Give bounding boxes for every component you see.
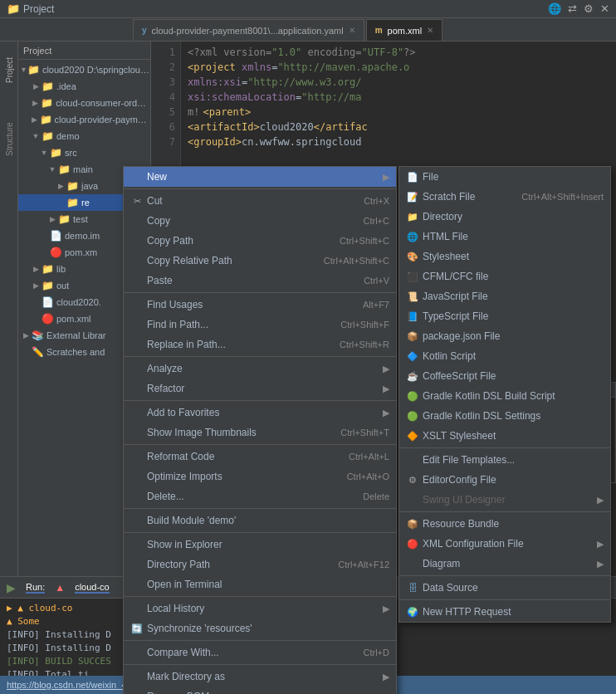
arrow-icon: ▼ xyxy=(38,149,50,157)
submenu-scratch[interactable]: 📝 Scratch File Ctrl+Alt+Shift+Insert xyxy=(399,187,610,207)
ts-icon: 📘 xyxy=(406,311,419,322)
menu-item-copy[interactable]: Copy Ctrl+C xyxy=(124,211,396,231)
tab-pom-close[interactable]: ✕ xyxy=(427,26,433,35)
settings-icon[interactable]: ⚙ xyxy=(584,2,594,15)
submenu-gradle-settings[interactable]: 🟢 Gradle Kotlin DSL Settings xyxy=(399,406,610,426)
menu-label: File xyxy=(423,171,604,183)
tree-demo[interactable]: ▼ 📁 demo xyxy=(18,128,150,144)
menu-item-mark-dir[interactable]: Mark Directory as ▶ xyxy=(124,667,396,687)
menu-label: Remove BOM xyxy=(147,691,389,694)
resource-icon: 📦 xyxy=(406,519,419,530)
menu-item-new[interactable]: New ▶ xyxy=(124,167,396,187)
folder-icon: ✏️ xyxy=(32,346,44,358)
submenu-http-request[interactable]: 🌍 New HTTP Request xyxy=(399,602,610,622)
menu-item-terminal[interactable]: Open in Terminal xyxy=(124,574,396,594)
tree-label: out xyxy=(56,281,69,291)
menu-item-copy-path[interactable]: Copy Path Ctrl+Shift+C xyxy=(124,231,396,251)
gradle-settings-icon: 🟢 xyxy=(406,411,419,422)
sync-icon[interactable]: ⇄ xyxy=(568,2,577,15)
submenu-stylesheet[interactable]: 🎨 Stylesheet xyxy=(399,247,610,266)
top-bar: 📁 Project 🌐 ⇄ ⚙ ✕ xyxy=(0,0,616,18)
tree-label: pom.xm xyxy=(65,247,97,257)
http-icon: 🌍 xyxy=(406,607,419,618)
tree-consumer[interactable]: ▶ 📁 cloud-consumer-order80 xyxy=(18,95,150,111)
menu-item-replace-path[interactable]: Replace in Path... Ctrl+Shift+R xyxy=(124,335,396,354)
tree-label: demo xyxy=(56,131,80,141)
menu-item-thumbnails[interactable]: Show Image Thumbnails Ctrl+Shift+T xyxy=(124,423,396,442)
submenu-xml-config[interactable]: 🔴 XML Configuration File ▶ xyxy=(399,534,610,554)
run-tab-cloud[interactable]: cloud-co xyxy=(75,582,110,594)
project-panel-btn[interactable]: Project xyxy=(3,45,15,95)
submenu-js[interactable]: 📜 JavaScript File xyxy=(399,286,610,306)
separator xyxy=(124,664,396,665)
menu-item-add-favorites[interactable]: Add to Favorites ▶ xyxy=(124,403,396,423)
submenu-diagram[interactable]: Diagram ▶ xyxy=(399,554,610,574)
context-menu[interactable]: New ▶ ✂ Cut Ctrl+X Copy Ctrl+C Copy Path… xyxy=(123,166,397,694)
close-icon[interactable]: ✕ xyxy=(600,2,609,15)
menu-item-copy-relative[interactable]: Copy Relative Path Ctrl+Alt+Shift+C xyxy=(124,251,396,271)
submenu-coffee[interactable]: ☕ CoffeeScript File xyxy=(399,366,610,386)
globe-icon[interactable]: 🌐 xyxy=(548,2,561,15)
cfml-icon: ⬛ xyxy=(406,271,419,282)
folder-icon: 📁 xyxy=(42,130,54,142)
arrow-icon: ▶ xyxy=(55,182,66,190)
menu-label: Gradle Kotlin DSL Build Script xyxy=(423,390,604,402)
menu-item-synchronize[interactable]: 🔄 Synchronize 'resources' xyxy=(124,618,396,638)
menu-item-show-explorer[interactable]: Show in Explorer xyxy=(124,535,396,555)
tree-cloud2020[interactable]: ▼ 📁 cloud2020 D:\springcloud-workspace\c… xyxy=(18,61,150,78)
tree-idea[interactable]: ▶ 📁 .idea xyxy=(18,78,150,95)
submenu-edit-templates[interactable]: Edit File Templates... xyxy=(399,450,610,470)
submenu-gradle-build[interactable]: 🟢 Gradle Kotlin DSL Build Script xyxy=(399,386,610,406)
menu-label: Edit File Templates... xyxy=(423,454,604,466)
tree-payment[interactable]: ▶ 📁 cloud-provider-payment8001 xyxy=(18,111,150,128)
menu-item-build-module[interactable]: Build Module 'demo' xyxy=(124,511,396,530)
menu-label: Copy Path xyxy=(147,235,336,247)
sync-icon: 🔄 xyxy=(130,623,144,634)
scratch-icon: 📝 xyxy=(406,192,419,203)
menu-item-delete[interactable]: Delete... Delete xyxy=(124,486,396,506)
submenu-ts[interactable]: 📘 TypeScript File xyxy=(399,306,610,326)
submenu-xslt[interactable]: 🔶 XSLT Stylesheet xyxy=(399,426,610,446)
menu-item-remove-bom[interactable]: Remove BOM xyxy=(124,687,396,694)
submenu-editorconfig[interactable]: ⚙ EditorConfig File xyxy=(399,470,610,490)
submenu-file[interactable]: 📄 File xyxy=(399,167,610,187)
menu-label: Swing UI Designer xyxy=(423,494,594,506)
tab-yaml-close[interactable]: ✕ xyxy=(349,26,355,35)
tree-label: src xyxy=(65,148,77,158)
menu-label: Open in Terminal xyxy=(147,579,389,590)
menu-item-find-path[interactable]: Find in Path... Ctrl+Shift+F xyxy=(124,315,396,335)
menu-item-find-usages[interactable]: Find Usages Alt+F7 xyxy=(124,295,396,315)
menu-item-compare[interactable]: Compare With... Ctrl+D xyxy=(124,643,396,662)
submenu-data-source[interactable]: 🗄 Data Source xyxy=(399,578,610,598)
menu-item-optimize[interactable]: Optimize Imports Ctrl+Alt+O xyxy=(124,467,396,486)
menu-item-dir-path[interactable]: Directory Path Ctrl+Alt+F12 xyxy=(124,555,396,574)
separator xyxy=(124,188,396,189)
tree-src[interactable]: ▼ 📁 src xyxy=(18,144,150,161)
submenu-new[interactable]: 📄 File 📝 Scratch File Ctrl+Alt+Shift+Ins… xyxy=(398,166,611,623)
menu-item-cut[interactable]: ✂ Cut Ctrl+X xyxy=(124,191,396,211)
menu-item-refactor[interactable]: Refactor ▶ xyxy=(124,379,396,398)
css-icon: 🎨 xyxy=(406,252,419,262)
submenu-cfml[interactable]: ⬛ CFML/CFC file xyxy=(399,266,610,286)
structure-panel-btn[interactable]: Structure xyxy=(3,115,15,164)
folder-icon: 📁 xyxy=(27,64,40,76)
menu-item-local-history[interactable]: Local History ▶ xyxy=(124,599,396,618)
submenu-directory[interactable]: 📁 Directory xyxy=(399,207,610,227)
tab-yaml[interactable]: y cloud-provider-payment8001\...applicat… xyxy=(133,19,364,41)
menu-item-analyze[interactable]: Analyze ▶ xyxy=(124,359,396,379)
top-bar-icons: 🌐 ⇄ ⚙ ✕ xyxy=(548,2,609,15)
tree-label: cloud2020 D:\springcloud-workspace\cloud… xyxy=(42,65,150,75)
folder-icon: 📁 xyxy=(66,197,79,208)
run-tab-run[interactable]: Run: xyxy=(26,582,45,594)
submenu-arrow: ▶ xyxy=(383,408,389,418)
folder-icon: 📁 xyxy=(40,114,52,125)
submenu-html[interactable]: 🌐 HTML File xyxy=(399,227,610,247)
submenu-resource-bundle[interactable]: 📦 Resource Bundle xyxy=(399,514,610,534)
submenu-kotlin[interactable]: 🔷 Kotlin Script xyxy=(399,346,610,366)
submenu-packagejson[interactable]: 📦 package.json File xyxy=(399,326,610,346)
menu-item-reformat[interactable]: Reformat Code Ctrl+Alt+L xyxy=(124,447,396,467)
tab-pom[interactable]: m pom.xml ✕ xyxy=(366,19,442,41)
menu-item-paste[interactable]: Paste Ctrl+V xyxy=(124,271,396,291)
shortcut: Ctrl+Shift+T xyxy=(340,428,389,437)
separator xyxy=(124,508,396,509)
